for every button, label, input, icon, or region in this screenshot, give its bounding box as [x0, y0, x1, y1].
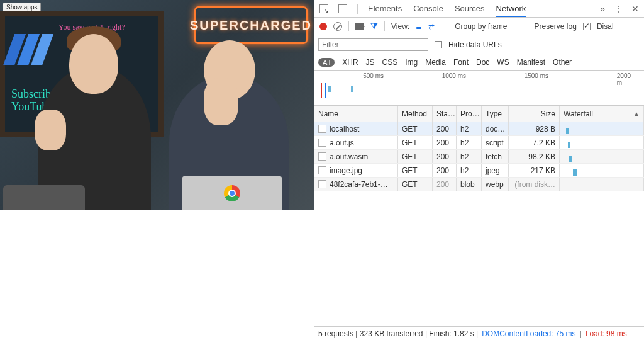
file-icon: [318, 139, 326, 147]
clear-button[interactable]: [333, 22, 342, 31]
video-thumbnail: Show apps You saw part 1, right? Subscri…: [0, 0, 314, 210]
disable-cache-label: Disal: [597, 22, 614, 31]
type-other[interactable]: Other: [553, 58, 572, 67]
col-waterfall[interactable]: Waterfall▲: [560, 106, 644, 122]
file-icon: [318, 166, 326, 174]
col-protocol[interactable]: Pro…: [457, 106, 482, 122]
col-type[interactable]: Type: [482, 106, 509, 122]
inspect-icon[interactable]: ↘: [319, 4, 328, 13]
network-toolbar: ⧩ View: ≣ ⇄ Group by frame Preserve log …: [314, 18, 644, 35]
type-css[interactable]: CSS: [382, 58, 398, 67]
view-label: View:: [391, 22, 409, 31]
timeline-tick: 1500 ms: [525, 72, 548, 79]
hide-data-urls-checkbox[interactable]: [435, 41, 442, 48]
disable-cache-checkbox[interactable]: [583, 23, 591, 30]
table-row[interactable]: a.out.jsGET200h2script7.2 KB: [314, 136, 644, 150]
timeline-tick: 2000 m: [617, 72, 631, 86]
filter-input[interactable]: [318, 38, 428, 51]
more-tabs-icon[interactable]: »: [600, 4, 605, 14]
tab-console[interactable]: Console: [413, 4, 443, 13]
type-all-pill[interactable]: All: [318, 58, 335, 67]
view-large-icon[interactable]: ≣: [416, 22, 422, 31]
col-method[interactable]: Method: [398, 106, 433, 122]
neon-sign: SUPERCHARGED: [194, 6, 308, 44]
col-name[interactable]: Name: [314, 106, 398, 122]
table-row[interactable]: image.jpgGET200h2jpeg217 KB: [314, 164, 644, 178]
type-filter-row: All XHRJSCSSImgMediaFontDocWSManifestOth…: [314, 54, 644, 71]
network-grid-header: Name Method Sta… Pro… Type Size Waterfal…: [314, 106, 644, 122]
record-button[interactable]: [319, 23, 327, 30]
type-xhr[interactable]: XHR: [342, 58, 358, 67]
type-media[interactable]: Media: [425, 58, 446, 67]
type-ws[interactable]: WS: [497, 58, 509, 67]
devtools-tabs: ElementsConsoleSourcesNetwork: [368, 4, 590, 13]
device-toggle-icon[interactable]: [338, 4, 347, 13]
preserve-log-label: Preserve log: [535, 22, 577, 31]
filter-row: Hide data URLs: [314, 35, 644, 54]
kebab-menu-icon[interactable]: ⋮: [614, 4, 623, 14]
type-manifest[interactable]: Manifest: [517, 58, 545, 67]
type-font[interactable]: Font: [453, 58, 469, 67]
view-waterfall-icon[interactable]: ⇄: [428, 22, 435, 31]
file-icon: [318, 180, 326, 188]
file-icon: [318, 125, 326, 133]
table-row[interactable]: 48f2cafa-7eb1-…GET200blobwebp(from disk…: [314, 178, 644, 191]
timeline-tick: 1000 ms: [442, 72, 466, 79]
chrome-logo-icon: [224, 185, 240, 201]
timeline-tick: 500 ms: [363, 72, 384, 79]
preserve-log-checkbox[interactable]: [521, 23, 528, 30]
network-rows: localhostGET200h2doc…928 Ba.out.jsGET200…: [314, 122, 644, 326]
table-row[interactable]: localhostGET200h2doc…928 B: [314, 122, 644, 136]
col-status[interactable]: Sta…: [433, 106, 457, 122]
type-img[interactable]: Img: [405, 58, 418, 67]
tab-sources[interactable]: Sources: [455, 4, 485, 13]
hide-data-urls-label: Hide data URLs: [448, 40, 502, 49]
tab-network[interactable]: Network: [496, 4, 526, 17]
table-row[interactable]: a.out.wasmGET200h2fetch98.2 KB: [314, 150, 644, 164]
laptop-left: [3, 185, 85, 210]
filter-icon[interactable]: ⧩: [370, 21, 378, 31]
status-dcl: DOMContentLoaded: 75 ms: [482, 329, 575, 338]
close-devtools-icon[interactable]: ✕: [631, 4, 639, 14]
devtools-tabbar: ↘ ElementsConsoleSourcesNetwork » ⋮ ✕: [314, 0, 644, 18]
type-js[interactable]: JS: [366, 58, 375, 67]
group-frame-checkbox[interactable]: [441, 23, 448, 30]
type-doc[interactable]: Doc: [476, 58, 489, 67]
type-filters: XHRJSCSSImgMediaFontDocWSManifestOther: [342, 58, 572, 67]
file-icon: [318, 152, 326, 161]
tab-elements[interactable]: Elements: [368, 4, 402, 13]
show-apps-tooltip: Show apps: [3, 3, 41, 12]
group-frame-label: Group by frame: [455, 22, 507, 31]
timeline-overview[interactable]: 500 ms1000 ms1500 ms2000 m: [314, 71, 644, 106]
status-bar: 5 requests | 323 KB transferred | Finish…: [314, 326, 644, 340]
screenshot-icon[interactable]: [355, 23, 364, 30]
laptop-right: [182, 176, 282, 210]
devtools-panel: ↘ ElementsConsoleSourcesNetwork » ⋮ ✕ ⧩ …: [314, 0, 644, 340]
sort-icon: ▲: [633, 110, 640, 117]
status-load: Load: 98 ms: [586, 329, 627, 338]
col-size[interactable]: Size: [509, 106, 560, 122]
status-summary: 5 requests | 323 KB transferred | Finish…: [318, 329, 478, 338]
